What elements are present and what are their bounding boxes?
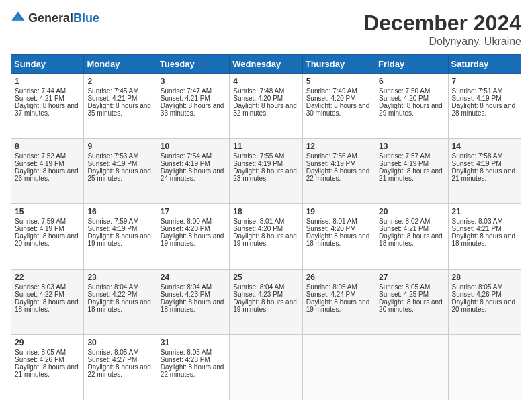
calendar-cell: 7 Sunrise: 7:51 AM Sunset: 4:19 PM Dayli… [448,74,521,139]
sunset-label: Sunset: 4:19 PM [87,225,137,232]
calendar-week-row-3: 15 Sunrise: 7:59 AM Sunset: 4:19 PM Dayl… [11,204,521,269]
sunset-label: Sunset: 4:20 PM [379,95,429,102]
day-number: 18 [233,207,298,216]
calendar-cell: 27 Sunrise: 8:05 AM Sunset: 4:25 PM Dayl… [375,269,448,334]
sunrise-label: Sunrise: 8:03 AM [15,283,66,291]
daylight-label: Daylight: 8 hours and 30 minutes. [306,102,370,117]
sunset-label: Sunset: 4:21 PM [161,95,210,102]
calendar-cell: 9 Sunrise: 7:53 AM Sunset: 4:19 PM Dayli… [84,139,157,204]
day-number: 15 [15,207,80,216]
daylight-label: Daylight: 8 hours and 18 minutes. [87,298,151,313]
calendar-cell: 18 Sunrise: 8:01 AM Sunset: 4:20 PM Dayl… [230,204,302,269]
day-number: 17 [161,207,226,216]
calendar-cell: 10 Sunrise: 7:54 AM Sunset: 4:19 PM Dayl… [157,139,229,204]
sunset-label: Sunset: 4:20 PM [306,95,356,102]
calendar-cell [448,334,521,400]
sunset-label: Sunset: 4:19 PM [233,160,283,167]
col-friday: Friday [375,55,448,74]
col-saturday: Saturday [448,55,521,74]
sunrise-label: Sunrise: 7:55 AM [233,152,284,160]
day-number: 16 [87,207,152,216]
calendar-cell: 17 Sunrise: 8:00 AM Sunset: 4:20 PM Dayl… [157,204,229,269]
header: GeneralBlue December 2024 Dolynyany, Ukr… [11,11,521,48]
calendar-cell: 3 Sunrise: 7:47 AM Sunset: 4:21 PM Dayli… [157,74,229,139]
sunset-label: Sunset: 4:20 PM [233,95,283,102]
col-wednesday: Wednesday [230,55,302,74]
daylight-label: Daylight: 8 hours and 19 minutes. [233,232,297,247]
sunset-label: Sunset: 4:22 PM [15,291,64,298]
sunrise-label: Sunrise: 7:59 AM [87,218,138,225]
day-number: 7 [452,77,517,86]
daylight-label: Daylight: 8 hours and 21 minutes. [15,363,79,378]
day-number: 14 [452,142,517,151]
daylight-label: Daylight: 8 hours and 21 minutes. [452,167,516,182]
daylight-label: Daylight: 8 hours and 23 minutes. [233,167,297,182]
calendar-cell: 24 Sunrise: 8:04 AM Sunset: 4:23 PM Dayl… [157,269,229,334]
daylight-label: Daylight: 8 hours and 29 minutes. [379,102,443,117]
daylight-label: Daylight: 8 hours and 19 minutes. [306,298,370,313]
day-number: 2 [87,77,152,86]
daylight-label: Daylight: 8 hours and 18 minutes. [452,232,516,247]
daylight-label: Daylight: 8 hours and 22 minutes. [306,167,370,182]
calendar-cell: 12 Sunrise: 7:56 AM Sunset: 4:19 PM Dayl… [302,139,375,204]
sunrise-label: Sunrise: 8:05 AM [452,283,503,291]
page: GeneralBlue December 2024 Dolynyany, Ukr… [0,0,532,411]
sunrise-label: Sunrise: 8:03 AM [452,218,503,225]
sunrise-label: Sunrise: 7:53 AM [87,152,138,160]
col-thursday: Thursday [302,55,375,74]
daylight-label: Daylight: 8 hours and 20 minutes. [15,232,79,247]
sunrise-label: Sunrise: 7:50 AM [379,87,430,95]
sunset-label: Sunset: 4:19 PM [452,160,502,167]
calendar-cell: 11 Sunrise: 7:55 AM Sunset: 4:19 PM Dayl… [230,139,302,204]
daylight-label: Daylight: 8 hours and 20 minutes. [452,298,516,313]
calendar-cell: 2 Sunrise: 7:45 AM Sunset: 4:21 PM Dayli… [84,74,157,139]
calendar-cell: 4 Sunrise: 7:48 AM Sunset: 4:20 PM Dayli… [230,74,302,139]
sunset-label: Sunset: 4:28 PM [161,356,210,363]
sunrise-label: Sunrise: 7:51 AM [452,87,503,95]
daylight-label: Daylight: 8 hours and 35 minutes. [87,102,151,117]
calendar-cell: 15 Sunrise: 7:59 AM Sunset: 4:19 PM Dayl… [11,204,84,269]
day-number: 4 [233,77,298,86]
sunset-label: Sunset: 4:20 PM [233,225,283,232]
calendar-cell: 5 Sunrise: 7:49 AM Sunset: 4:20 PM Dayli… [302,74,375,139]
logo-blue: Blue [73,11,99,25]
calendar-table: Sunday Monday Tuesday Wednesday Thursday… [11,54,521,400]
sunset-label: Sunset: 4:19 PM [15,225,64,232]
sunrise-label: Sunrise: 7:45 AM [87,87,138,95]
calendar-week-row-4: 22 Sunrise: 8:03 AM Sunset: 4:22 PM Dayl… [11,269,521,334]
day-number: 31 [161,338,226,347]
calendar-cell: 19 Sunrise: 8:01 AM Sunset: 4:20 PM Dayl… [302,204,375,269]
calendar-week-row-5: 29 Sunrise: 8:05 AM Sunset: 4:26 PM Dayl… [11,334,521,400]
daylight-label: Daylight: 8 hours and 26 minutes. [15,167,79,182]
day-number: 10 [161,142,226,151]
calendar-cell: 31 Sunrise: 8:05 AM Sunset: 4:28 PM Dayl… [157,334,229,400]
sunset-label: Sunset: 4:19 PM [452,95,502,102]
col-sunday: Sunday [11,55,84,74]
sunset-label: Sunset: 4:21 PM [87,95,137,102]
daylight-label: Daylight: 8 hours and 28 minutes. [452,102,516,117]
daylight-label: Daylight: 8 hours and 32 minutes. [233,102,297,117]
calendar-cell: 22 Sunrise: 8:03 AM Sunset: 4:22 PM Dayl… [11,269,84,334]
sunrise-label: Sunrise: 8:04 AM [161,283,212,291]
calendar-cell: 30 Sunrise: 8:05 AM Sunset: 4:27 PM Dayl… [84,334,157,400]
calendar-cell: 26 Sunrise: 8:05 AM Sunset: 4:24 PM Dayl… [302,269,375,334]
logo-general: General [28,11,73,25]
daylight-label: Daylight: 8 hours and 18 minutes. [15,298,79,313]
sunrise-label: Sunrise: 7:56 AM [306,152,357,160]
daylight-label: Daylight: 8 hours and 18 minutes. [161,298,224,313]
month-title: December 2024 [363,11,521,36]
sunrise-label: Sunrise: 7:54 AM [161,152,212,160]
sunset-label: Sunset: 4:26 PM [452,291,502,298]
calendar-cell [302,334,375,400]
sunset-label: Sunset: 4:26 PM [15,356,64,363]
day-number: 8 [15,142,80,151]
sunset-label: Sunset: 4:21 PM [15,95,64,102]
sunset-label: Sunset: 4:23 PM [161,291,210,298]
daylight-label: Daylight: 8 hours and 33 minutes. [161,102,224,117]
sunset-label: Sunset: 4:20 PM [306,225,356,232]
day-number: 5 [306,77,371,86]
sunrise-label: Sunrise: 7:52 AM [15,152,66,160]
sunrise-label: Sunrise: 8:05 AM [306,283,357,291]
daylight-label: Daylight: 8 hours and 25 minutes. [87,167,151,182]
sunrise-label: Sunrise: 8:05 AM [161,349,212,356]
